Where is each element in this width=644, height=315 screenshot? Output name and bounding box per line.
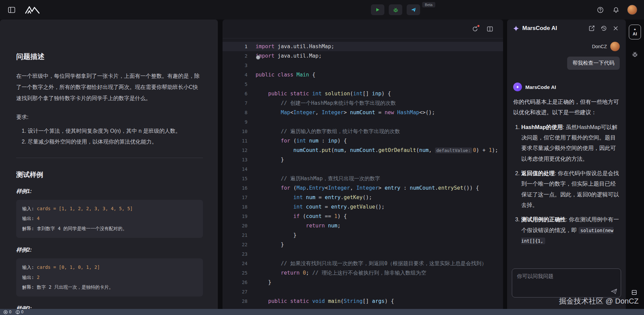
code-editor-panel: 1import java.util.HashMap;2import java.u… <box>223 20 503 309</box>
debug-run-button[interactable] <box>389 4 402 15</box>
help-button[interactable] <box>596 5 605 14</box>
chat-user-avatar <box>610 42 620 51</box>
chat-conversation: DonCZ 帮我检查一下代码 ✦ MarsCode AI 你的代码基本上是正确的… <box>507 37 626 265</box>
chat-history-button[interactable] <box>599 24 608 33</box>
requirements-label: 要求: <box>16 114 203 121</box>
chat-input-area <box>507 265 626 309</box>
problem-description: 在一个班级中，每位同学都拿到了一张卡片，上面有一个整数。有趣的是，除了一个数字之… <box>16 71 203 104</box>
code-line[interactable]: 14 <box>223 164 503 174</box>
warning-circle-icon <box>16 310 20 314</box>
status-bar: 0 0 <box>0 309 644 315</box>
ai-message-header: ✦ MarsCode AI <box>513 83 620 91</box>
notifications-button[interactable] <box>612 5 620 14</box>
ai-intro-text: 你的代码基本上是正确的，但有一些地方可以优化和改进。以下是一些建议： <box>513 97 620 118</box>
inline-code: solution(new int[]{1, <box>521 227 613 244</box>
paper-plane-icon <box>411 7 416 12</box>
code-line[interactable]: 13 } <box>223 155 503 164</box>
code-line[interactable]: 11 for (int num : inp) { <box>223 136 503 146</box>
code-line[interactable]: 18 int count = entry.getValue(); <box>223 202 503 212</box>
code-line[interactable]: 6 public static int solution(int[] inp) … <box>223 89 503 98</box>
ai-suggestions: HashMap的使用: 虽然HashMap可以解决问题，但它使用了额外的空间。题… <box>513 122 620 246</box>
ai-suggestion: 测试用例的正确性: 你在测试用例中有一个假设错误的情况，即 solution(n… <box>521 214 620 246</box>
marscode-logo <box>25 5 40 14</box>
panel-gap <box>503 20 507 309</box>
chat-panel-title: MarsCode AI <box>522 25 557 32</box>
sample-block: 输入: cards = [0, 1, 0, 1, 2]输出: 2解释: 数字 2… <box>16 258 203 296</box>
ai-rail-label: AI <box>633 32 637 36</box>
right-rail: ✦ AI <box>626 20 644 309</box>
code-line[interactable]: 8 Map<Integer, Integer> numCount = new H… <box>223 108 503 117</box>
sample-label: 样例1: <box>16 188 203 195</box>
error-circle-icon <box>3 310 8 314</box>
code-line[interactable]: 2import java.util.Map; <box>223 51 503 61</box>
requirement-item: 设计一个算法，使其时间复杂度为 O(n)，其中 n 是班级的人数。 <box>28 126 203 136</box>
user-message-bubble: 帮我检查一下代码 <box>567 57 620 70</box>
beta-badge: Beta <box>422 2 435 7</box>
panel-gap <box>218 20 223 309</box>
reset-code-button[interactable] <box>471 25 479 33</box>
code-line[interactable]: 20 return num; <box>223 221 503 230</box>
problem-panel: 问题描述 在一个班级中，每位同学都拿到了一张卡片，上面有一个整数。有趣的是，除了… <box>0 20 218 309</box>
samples-title: 测试样例 <box>16 170 203 179</box>
code-line[interactable]: 3 <box>223 61 503 70</box>
code-line[interactable]: 17 int num = entry.getKey(); <box>223 193 503 202</box>
sample-block: 输入: cards = [1, 1, 2, 2, 3, 3, 4, 5, 5]输… <box>16 200 203 238</box>
error-count[interactable]: 0 <box>3 310 11 314</box>
panel-left-icon <box>8 7 15 13</box>
code-line[interactable]: 16 for (Map.Entry<Integer, Integer> entr… <box>223 183 503 193</box>
chat-user-name: DonCZ <box>592 44 607 49</box>
chat-input[interactable] <box>512 269 621 297</box>
code-line[interactable]: 28 public static void main(String[] args… <box>223 296 503 306</box>
code-line[interactable]: 23 <box>223 249 503 259</box>
warning-count[interactable]: 0 <box>16 310 24 314</box>
code-line[interactable]: 12 numCount.put(num, numCount.getOrDefau… <box>223 146 503 155</box>
refresh-icon <box>472 26 478 32</box>
debug-insect-rail-button[interactable] <box>630 50 640 59</box>
chat-input-box <box>512 269 621 297</box>
code-editor[interactable]: 1import java.util.HashMap;2import java.u… <box>223 38 503 309</box>
new-chat-icon <box>589 25 595 31</box>
problem-title: 问题描述 <box>16 52 203 61</box>
update-dot <box>477 25 479 27</box>
mouse-cursor-dot <box>256 56 260 59</box>
sparkle-icon: ✦ <box>634 28 636 31</box>
user-avatar-topbar[interactable] <box>627 5 637 15</box>
ai-name: MarsCode AI <box>525 84 556 90</box>
bell-icon <box>613 7 619 13</box>
sidebar-toggle-button[interactable] <box>7 5 17 14</box>
play-icon <box>375 7 380 12</box>
code-line[interactable]: 15 // 遍历HashMap，查找只出现一次的数字 <box>223 174 503 183</box>
code-line[interactable]: 19 if (count == 1) { <box>223 212 503 221</box>
marscode-ai-panel: MarsCode AI DonCZ <box>507 20 626 309</box>
close-chat-button[interactable] <box>612 24 620 32</box>
code-line[interactable]: 27 <box>223 287 503 296</box>
workspace: 问题描述 在一个班级中，每位同学都拿到了一张卡片，上面有一个整数。有趣的是，除了… <box>0 20 644 309</box>
code-line[interactable]: 26 } <box>223 278 503 287</box>
run-button[interactable] <box>371 4 384 15</box>
send-message-button[interactable] <box>611 288 617 294</box>
submit-button[interactable] <box>407 4 420 15</box>
code-line[interactable]: 5 <box>223 80 503 89</box>
send-plane-icon <box>611 288 617 294</box>
code-line[interactable]: 10 // 遍历输入的数字数组，统计每个数字出现的次数 <box>223 127 503 136</box>
history-clock-icon <box>601 25 607 31</box>
new-chat-button[interactable] <box>587 24 596 33</box>
chat-user-row: DonCZ <box>513 42 620 51</box>
code-line[interactable]: 24 // 如果没有找到只出现一次的数字，则返回0（根据题目要求，这里实际上总是… <box>223 259 503 268</box>
code-line[interactable]: 7 // 创建一个HashMap来统计每个数字出现的次数 <box>223 98 503 108</box>
question-icon <box>597 7 604 13</box>
code-line[interactable]: 9 <box>223 117 503 127</box>
code-line[interactable]: 22 } <box>223 240 503 249</box>
split-editor-button[interactable] <box>486 25 494 33</box>
code-line[interactable]: 21 } <box>223 230 503 240</box>
ai-suggestion: 返回值的处理: 你在代码中假设总是会找到一个唯一的数字，但实际上题目已经保证了这… <box>521 168 620 210</box>
code-line[interactable]: 4public class Main { <box>223 70 503 80</box>
samples: 样例1:输入: cards = [1, 1, 2, 2, 3, 3, 4, 5,… <box>16 188 203 309</box>
ai-assistant-rail-button[interactable]: ✦ AI <box>629 25 641 39</box>
code-lines: 1import java.util.HashMap;2import java.u… <box>223 42 503 306</box>
code-line[interactable]: 1import java.util.HashMap; <box>223 42 503 51</box>
code-line[interactable]: 25 return 0; // 理论上这行不会被执行到，除非输入数组为空 <box>223 268 503 278</box>
marscode-sparkle-icon <box>513 26 519 31</box>
close-icon <box>613 26 618 31</box>
error-count-value: 0 <box>9 310 11 314</box>
